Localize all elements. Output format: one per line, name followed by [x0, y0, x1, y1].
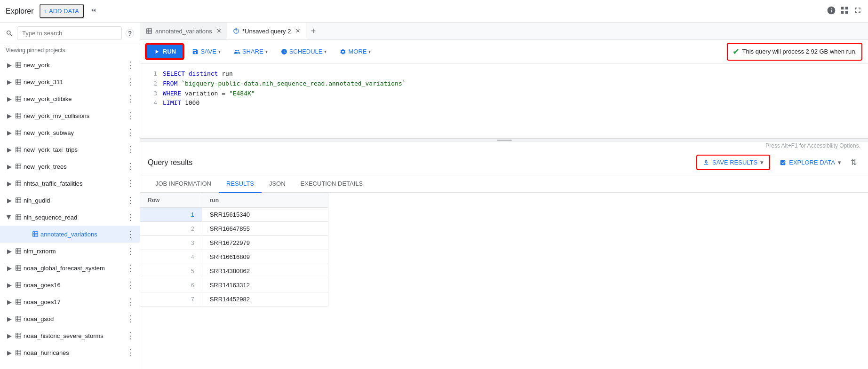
more-button-new-york-taxi-trips[interactable]: ⋮	[126, 143, 136, 156]
sidebar-item-label-new-york: new_york	[24, 62, 124, 69]
sidebar-item-label-noaa-historic: noaa_historic_severe_storms	[24, 332, 124, 339]
more-button-annotated-variations[interactable]: ⋮	[126, 228, 136, 240]
sidebar-item-nih-gudid[interactable]: ▶ nih_gudid ⋮	[0, 192, 140, 209]
more-button-new-york-mv-collisions[interactable]: ⋮	[126, 110, 136, 122]
results-table-area[interactable]: Row run 1SRR156153402SRR166478553SRR1672…	[140, 193, 868, 369]
results-header: Query results SAVE RESULTS ▾ EXPLORE DAT…	[140, 150, 868, 175]
sidebar-item-nih-sequence-read[interactable]: ▶ nih_sequence_read ⋮	[0, 209, 140, 226]
sidebar-item-new-york-subway[interactable]: ▶ new_york_subway ⋮	[0, 124, 140, 141]
dataset-icon	[15, 315, 22, 322]
more-button-nhtsa[interactable]: ⋮	[126, 177, 136, 189]
editor-line-4: 4 LIMIT 1000	[148, 98, 860, 108]
sidebar-item-nlm-rxnorm[interactable]: ▶ nlm_rxnorm ⋮	[0, 243, 140, 259]
results-expand-button[interactable]: ⇅	[847, 156, 860, 169]
svg-rect-40	[33, 232, 38, 237]
sidebar-item-new-york-taxi-trips[interactable]: ▶ new_york_taxi_trips ⋮	[0, 141, 140, 158]
save-results-button[interactable]: SAVE RESULTS ▾	[696, 155, 770, 170]
accessibility-text: Press Alt+F1 for Accessibility Options.	[140, 141, 868, 150]
editor-area[interactable]: 1 SELECT distinct run 2 FROM `bigquery-p…	[140, 63, 868, 139]
tab-annotated-variations[interactable]: annotated_variations ×	[140, 23, 227, 39]
share-icon	[234, 48, 240, 55]
sidebar-item-noaa-historic-severe-storms[interactable]: ▶ noaa_historic_severe_storms ⋮	[0, 327, 140, 344]
share-button-label: SHARE	[242, 48, 263, 55]
sidebar-item-noaa-gsod[interactable]: ▶ noaa_gsod ⋮	[0, 310, 140, 327]
schedule-button[interactable]: SCHEDULE ▾	[276, 45, 332, 58]
save-button[interactable]: SAVE ▾	[187, 45, 225, 58]
sidebar-item-label-annotated-variations: annotated_variations	[40, 231, 124, 238]
more-button-noaa-historic[interactable]: ⋮	[126, 330, 136, 342]
result-tab-results[interactable]: RESULTS	[219, 175, 262, 193]
add-tab-button[interactable]: +	[306, 24, 321, 39]
sidebar-item-new-york-trees[interactable]: ▶ new_york_trees ⋮	[0, 158, 140, 175]
dataset-icon	[15, 79, 22, 85]
dataset-icon	[15, 95, 22, 102]
more-button-new-york-trees[interactable]: ⋮	[126, 160, 136, 173]
tab-unsaved-query-2[interactable]: *Unsaved query 2 ×	[227, 23, 306, 39]
sidebar-item-noaa-global-forecast[interactable]: ▶ noaa_global_forecast_system ⋮	[0, 259, 140, 276]
more-button-noaa-goes16[interactable]: ⋮	[126, 279, 136, 291]
more-button-nlm-rxnorm[interactable]: ⋮	[126, 245, 136, 257]
sidebar-item-noaa-goes17[interactable]: ▶ noaa_goes17 ⋮	[0, 293, 140, 310]
search-input[interactable]	[17, 26, 122, 40]
sidebar-item-label-noaa-global-forecast: noaa_global_forecast_system	[24, 265, 124, 272]
more-button-noaa-gsod[interactable]: ⋮	[126, 313, 136, 325]
result-tab-json[interactable]: JSON	[262, 175, 293, 193]
more-button-new-york-citibike[interactable]: ⋮	[126, 93, 136, 105]
cell-run: SRR14380862	[202, 264, 328, 278]
share-button[interactable]: SHARE ▾	[229, 45, 272, 58]
svg-rect-64	[16, 333, 21, 338]
line-num-2: 2	[148, 79, 157, 89]
dataset-icon	[15, 265, 22, 271]
line-content-1: SELECT distinct run	[163, 69, 233, 79]
expand-arrow-new-york-trees: ▶	[6, 163, 13, 170]
more-button-nih-sequence-read[interactable]: ⋮	[126, 211, 136, 223]
sidebar-item-new-york-311[interactable]: ▶ new_york_311 ⋮	[0, 73, 140, 90]
sidebar-search-area: ?	[0, 23, 140, 44]
sidebar-item-label-nhtsa: nhtsa_traffic_fatalities	[24, 180, 124, 187]
sidebar-item-new-york-citibike[interactable]: ▶ new_york_citibike ⋮	[0, 90, 140, 107]
tab-close-annotated-variations[interactable]: ×	[217, 27, 221, 35]
more-button-noaa-goes17[interactable]: ⋮	[126, 296, 136, 308]
sidebar-item-label-nlm-rxnorm: nlm_rxnorm	[24, 248, 124, 255]
expand-icon[interactable]	[853, 6, 862, 16]
collapse-sidebar-button[interactable]	[88, 4, 100, 18]
help-icon[interactable]: ?	[126, 29, 134, 38]
sidebar-item-nhtsa-traffic-fatalities[interactable]: ▶ nhtsa_traffic_fatalities ⋮	[0, 175, 140, 192]
more-button[interactable]: MORE ▾	[335, 45, 375, 58]
sidebar-item-new-york[interactable]: ▶ new_york ⋮	[0, 56, 140, 73]
table-row: 3SRR16722979	[140, 236, 328, 250]
dataset-icon	[15, 298, 22, 305]
sidebar-item-annotated-variations[interactable]: ▶ annotated_variations ⋮	[0, 226, 140, 243]
play-icon	[153, 48, 160, 55]
sidebar-item-label-nih-gudid: nih_gudid	[24, 197, 124, 204]
result-tab-job-information[interactable]: JOB INFORMATION	[148, 175, 219, 193]
cell-run: SRR14163312	[202, 278, 328, 292]
result-tab-label-job-info: JOB INFORMATION	[155, 180, 211, 187]
table-row: 5SRR14380862	[140, 264, 328, 278]
run-button[interactable]: RUN	[146, 44, 183, 59]
svg-rect-36	[16, 215, 21, 220]
more-button-noaa-hurricanes[interactable]: ⋮	[126, 346, 136, 359]
tab-close-unsaved-query-2[interactable]: ×	[295, 27, 300, 35]
sidebar-item-new-york-mv-collisions[interactable]: ▶ new_york_mv_collisions ⋮	[0, 107, 140, 124]
svg-rect-12	[16, 113, 21, 118]
more-button-new-york-subway[interactable]: ⋮	[126, 126, 136, 139]
svg-rect-52	[16, 283, 21, 288]
cell-run: SRR16722979	[202, 236, 328, 250]
more-button-noaa-global-forecast[interactable]: ⋮	[126, 262, 136, 274]
result-tab-execution-details[interactable]: EXECUTION DETAILS	[293, 175, 371, 193]
more-button-new-york-311[interactable]: ⋮	[126, 76, 136, 88]
info-icon[interactable]	[827, 6, 836, 16]
sidebar-item-noaa-goes16[interactable]: ▶ noaa_goes16 ⋮	[0, 276, 140, 293]
grid-icon[interactable]	[840, 6, 849, 16]
sidebar-item-noaa-hurricanes[interactable]: ▶ noaa_hurricanes ⋮	[0, 344, 140, 361]
tab-label-annotated-variations: annotated_variations	[155, 28, 212, 35]
more-button-nih-gudid[interactable]: ⋮	[126, 194, 136, 206]
table-row: 1SRR15615340	[140, 208, 328, 222]
expand-arrow-nhtsa: ▶	[6, 180, 13, 187]
add-data-button[interactable]: + ADD DATA	[40, 4, 84, 18]
explore-data-button[interactable]: EXPLORE DATA ▾	[774, 156, 847, 169]
more-button-new-york[interactable]: ⋮	[126, 59, 136, 71]
query-tab-icon	[233, 28, 239, 34]
more-button-label: MORE	[348, 48, 366, 55]
